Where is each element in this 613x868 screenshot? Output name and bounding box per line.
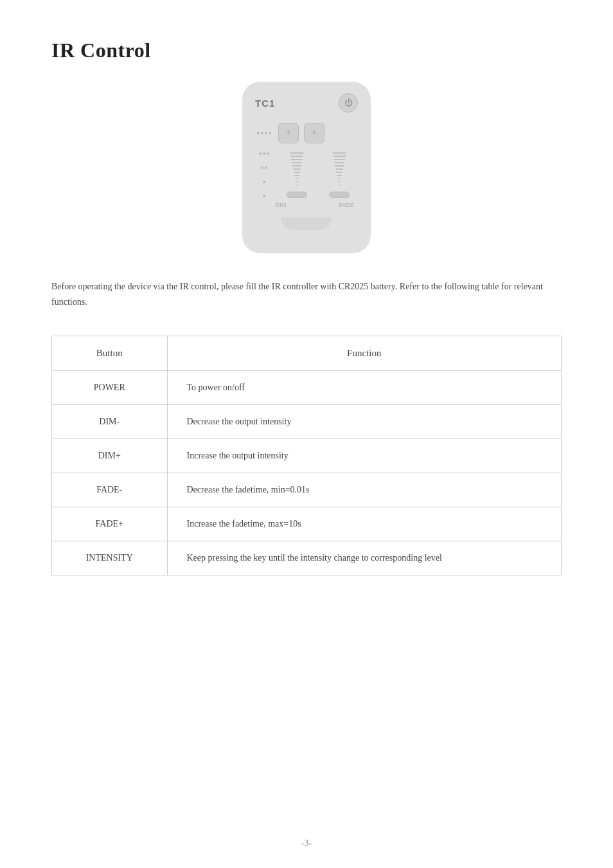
fade-label: FADE bbox=[315, 202, 357, 208]
middle-slider bbox=[278, 150, 315, 198]
remote-bottom-arc bbox=[281, 217, 332, 230]
table-cell-button: INTENSITY bbox=[52, 541, 168, 575]
power-button[interactable]: ⏻ bbox=[339, 93, 358, 113]
page-number: -3- bbox=[0, 838, 613, 849]
dim-label: DIM bbox=[256, 202, 315, 208]
function-table: Button Function POWERTo power on/offDIM-… bbox=[51, 336, 562, 575]
remote-labels: DIM FADE bbox=[255, 202, 358, 208]
table-row: INTENSITYKeep pressing the key until the… bbox=[52, 541, 562, 575]
remote-header-row: TC1 ⏻ bbox=[255, 93, 358, 113]
remote-slider-area bbox=[255, 150, 358, 198]
btn-plus-left[interactable]: + bbox=[278, 123, 299, 143]
table-row: POWERTo power on/off bbox=[52, 370, 562, 404]
table-cell-button: FADE+ bbox=[52, 507, 168, 541]
table-row: DIM+Increase the output intensity bbox=[52, 439, 562, 473]
table-cell-function: To power on/off bbox=[167, 370, 562, 404]
table-cell-button: POWER bbox=[52, 370, 168, 404]
right-slider bbox=[321, 150, 358, 198]
remote-image-container: TC1 ⏻ + + bbox=[51, 82, 562, 253]
dots-1b bbox=[263, 195, 265, 197]
table-row: FADE+Increase the fadetime, max=10s bbox=[52, 507, 562, 541]
table-cell-function: Decrease the fadetime, min=0.01s bbox=[167, 473, 562, 507]
dots-2 bbox=[261, 167, 267, 169]
dots-1a bbox=[263, 181, 265, 183]
page: IR Control TC1 ⏻ + + bbox=[0, 0, 613, 653]
col-function-header: Function bbox=[167, 336, 562, 370]
table-cell-function: Increase the fadetime, max=10s bbox=[167, 507, 562, 541]
table-cell-function: Increase the output intensity bbox=[167, 439, 562, 473]
table-cell-button: DIM+ bbox=[52, 439, 168, 473]
fade-minus-btn[interactable] bbox=[329, 192, 350, 198]
table-cell-button: DIM- bbox=[52, 404, 168, 439]
dim-minus-btn[interactable] bbox=[287, 192, 307, 198]
btn-plus-right[interactable]: + bbox=[304, 123, 324, 143]
description-text: Before operating the device via the IR c… bbox=[51, 279, 562, 310]
table-cell-button: FADE- bbox=[52, 473, 168, 507]
table-row: FADE-Decrease the fadetime, min=0.01s bbox=[52, 473, 562, 507]
dots-3 bbox=[259, 152, 269, 155]
col-button-header: Button bbox=[52, 336, 168, 370]
remote-device: TC1 ⏻ + + bbox=[242, 82, 371, 253]
left-dot-column bbox=[255, 150, 273, 197]
table-cell-function: Keep pressing the key until the intensit… bbox=[167, 541, 562, 575]
dots-4 bbox=[255, 132, 273, 134]
table-cell-function: Decrease the output intensity bbox=[167, 404, 562, 439]
remote-model-label: TC1 bbox=[255, 98, 275, 109]
page-title: IR Control bbox=[51, 39, 562, 62]
remote-row1: + + bbox=[255, 123, 358, 143]
table-row: DIM-Decrease the output intensity bbox=[52, 404, 562, 439]
